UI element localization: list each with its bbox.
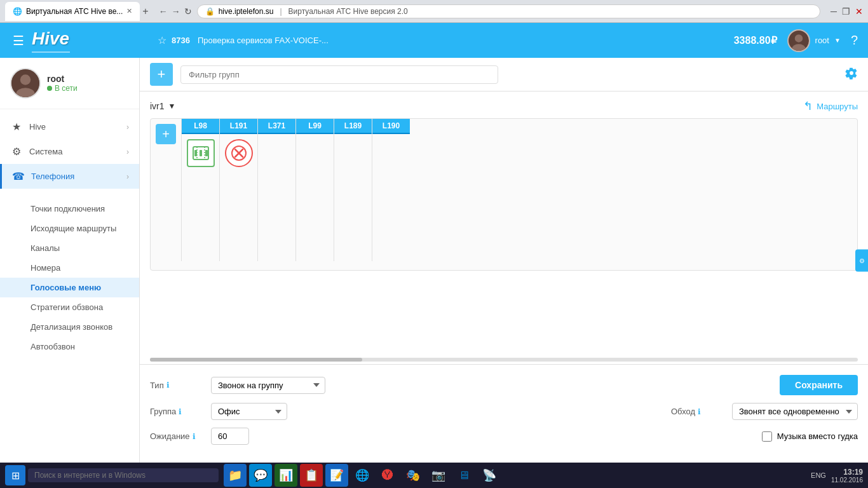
sidebar-item-numbers[interactable]: Номера — [0, 258, 139, 278]
chevron-right-icon-2: › — [126, 147, 129, 156]
ivr-ticket-card[interactable] — [187, 139, 215, 167]
content-toolbar: + — [140, 58, 868, 92]
sub-nav: Точки подключения Исходящие маршруты Кан… — [0, 194, 139, 362]
browser-chrome: 🌐 Виртуальная АТС Hive ве... ✕ + ← → ↻ 🔒… — [0, 0, 868, 23]
music-checkbox[interactable] — [762, 431, 772, 442]
ivr-scrollbar[interactable] — [150, 358, 858, 362]
sidebar-item-hive[interactable]: ★ Hive › — [0, 114, 139, 139]
settings-icon-button[interactable] — [845, 67, 858, 83]
browser-controls: ← → ↻ — [159, 6, 192, 17]
bypass-label: Обход ℹ — [671, 407, 722, 416]
ivr-column-L190: L190 — [372, 119, 410, 261]
reload-button[interactable]: ↻ — [184, 6, 192, 17]
sidebar-item-autodialer[interactable]: Автообзвон — [0, 337, 139, 356]
sidebar-item-system[interactable]: ⚙ Система › — [0, 139, 139, 164]
lock-icon: 🔒 — [205, 7, 215, 16]
user-profile: root В сети — [0, 58, 139, 109]
ivr-dropdown-arrow: ▼ — [168, 102, 176, 111]
window-controls: ─ ❐ ✕ — [831, 6, 863, 17]
new-tab-button[interactable]: + — [142, 6, 148, 17]
ivr-delete-card[interactable] — [225, 139, 253, 167]
url-separator: | — [280, 7, 281, 16]
sidebar-item-voice-menu[interactable]: Голосовые меню — [0, 278, 139, 297]
bypass-select[interactable]: Звонят все одновременно По очереди Случа… — [732, 403, 858, 420]
filter-input[interactable] — [180, 65, 498, 84]
active-tab[interactable]: 🌐 Виртуальная АТС Hive ве... ✕ — [5, 2, 140, 21]
tab-close-btn[interactable]: ✕ — [126, 7, 132, 15]
sidebar-item-channels[interactable]: Каналы — [0, 238, 139, 258]
url-domain: hive.iptelefon.su — [219, 7, 274, 16]
save-button[interactable]: Сохранить — [780, 375, 858, 395]
star-icon: ☆ — [158, 34, 166, 46]
sidebar-item-outgoing-routes[interactable]: Исходящие маршруты — [0, 219, 139, 238]
logo-area: ☰ Hive — [10, 29, 150, 53]
balance-display: 3388.80₽ — [734, 34, 777, 46]
wait-music-row: Ожидание ℹ Музыка вместо гудка — [150, 428, 858, 445]
ivr-name: ivr1 — [150, 101, 165, 111]
sidebar-item-connection-points[interactable]: Точки подключения — [0, 199, 139, 219]
profile-name: root — [47, 74, 78, 84]
notification-area: ☆ 8736 Проверка сервисов FAX-VOICE-... — [158, 34, 726, 46]
sidebar-item-callback-strategy[interactable]: Стратегии обзвона — [0, 297, 139, 317]
ivr-col-header-L99[interactable]: L99 — [296, 119, 334, 134]
wait-info-icon[interactable]: ℹ — [193, 432, 196, 441]
ivr-col-header-L190[interactable]: L190 — [372, 119, 410, 134]
app-container: ☰ Hive ☆ 8736 Проверка сервисов FAX-VOIC… — [0, 23, 868, 463]
user-name: root — [815, 36, 829, 45]
header-right: 3388.80₽ root ▼ ? — [734, 29, 858, 52]
help-button[interactable]: ? — [851, 33, 858, 48]
ivr-col-header-L189[interactable]: L189 — [334, 119, 372, 134]
group-select[interactable]: Офис Менеджеры Поддержка — [211, 403, 287, 420]
type-info-icon[interactable]: ℹ — [166, 381, 170, 390]
bypass-info-icon[interactable]: ℹ — [698, 407, 701, 416]
side-panel-toggle[interactable]: ⚙ — [855, 249, 868, 271]
sidebar-item-call-details[interactable]: Детализация звонков — [0, 317, 139, 337]
sidebar-item-telephony[interactable]: ☎ Телефония › — [0, 164, 139, 189]
svg-point-1 — [794, 34, 802, 42]
status-label: В сети — [55, 84, 78, 93]
address-bar[interactable]: 🔒 hive.iptelefon.su | Виртуальная АТС Hi… — [197, 4, 820, 18]
group-bypass-row: Группа ℹ Офис Менеджеры Поддержка Обход … — [150, 403, 858, 420]
forward-button[interactable]: → — [172, 6, 180, 17]
user-dropdown-arrow: ▼ — [834, 37, 841, 44]
ivr-columns: L98 — [181, 119, 857, 261]
svg-rect-9 — [194, 150, 197, 156]
ivr-scrollbar-thumb — [150, 358, 362, 362]
user-menu[interactable]: root ▼ — [787, 29, 841, 52]
bottom-form: Тип ℹ Звонок на группу Голосовое меню Оч… — [140, 364, 868, 463]
close-button[interactable]: ✕ — [855, 6, 863, 17]
top-header: ☰ Hive ☆ 8736 Проверка сервисов FAX-VOIC… — [0, 23, 868, 58]
add-ivr-button[interactable]: + — [150, 63, 173, 86]
logo-text: Hive — [32, 29, 70, 49]
ivr-column-L371: L371 — [257, 119, 295, 261]
restore-button[interactable]: ❐ — [842, 6, 850, 17]
ivr-selector[interactable]: ivr1 ▼ — [150, 101, 175, 111]
main-nav: ★ Hive › ⚙ Система › ☎ Телефония › — [0, 109, 139, 194]
ivr-col-body-L191 — [220, 134, 257, 261]
wait-input[interactable] — [211, 428, 249, 445]
sidebar-item-telephony-label: Телефония — [31, 172, 120, 181]
logo-underline — [32, 51, 70, 53]
ivr-header: ivr1 ▼ ↰ Маршруты — [140, 92, 868, 118]
ivr-col-header-L191[interactable]: L191 — [220, 119, 257, 134]
type-select[interactable]: Звонок на группу Голосовое меню Очередь … — [211, 377, 325, 394]
tab-bar: 🌐 Виртуальная АТС Hive ве... ✕ + — [5, 2, 149, 21]
group-info-icon[interactable]: ℹ — [179, 407, 182, 416]
type-label: Тип ℹ — [150, 381, 201, 390]
ivr-add-column-area: + — [151, 119, 181, 149]
ivr-add-column-button[interactable]: + — [156, 124, 176, 144]
star-nav-icon: ★ — [10, 121, 23, 133]
ivr-col-header-L371[interactable]: L371 — [258, 119, 295, 134]
ivr-col-body-L190 — [372, 134, 410, 261]
minimize-button[interactable]: ─ — [831, 6, 837, 17]
sidebar-item-hive-label: Hive — [29, 122, 120, 132]
music-label: Музыка вместо гудка — [777, 431, 858, 441]
chevron-down-icon: › — [126, 172, 129, 181]
back-button[interactable]: ← — [159, 6, 168, 17]
routes-button[interactable]: ↰ Маршруты — [803, 99, 858, 113]
main-layout: root В сети ★ Hive › ⚙ Система › — [0, 58, 868, 463]
logo: Hive — [32, 29, 70, 53]
hamburger-button[interactable]: ☰ — [10, 30, 27, 51]
ivr-column-L191: L191 — [219, 119, 257, 261]
ivr-col-header-L98[interactable]: L98 — [182, 119, 219, 134]
